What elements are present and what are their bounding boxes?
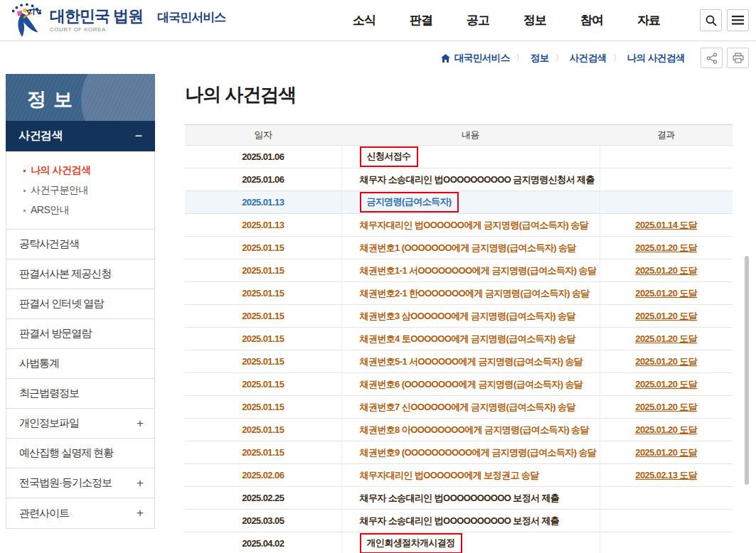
sidebar-menu-item[interactable]: 개인정보파일 + <box>6 409 154 439</box>
nav-item[interactable]: 소식 <box>353 12 376 28</box>
sidebar-menu-item[interactable]: 전국법원·등기소정보 + <box>6 468 154 498</box>
vertical-scrollbar-thumb[interactable] <box>745 256 749 485</box>
result-link[interactable]: 2025.01.14 도달 <box>635 220 697 230</box>
menu-label: 전국법원·등기소정보 <box>19 476 112 490</box>
breadcrumb-item[interactable]: 정보 <box>531 52 549 65</box>
cell-date: 2025.01.13 <box>185 191 341 214</box>
print-button[interactable] <box>727 48 749 68</box>
expand-plus-icon[interactable]: + <box>137 476 143 490</box>
sidebar-submenu-item[interactable]: 사건구분안내 <box>6 181 154 200</box>
content-text: 개인회생절차개시결정 <box>360 533 462 553</box>
table-row: 2025.01.13 금지명령(급여소득자) <box>185 191 733 214</box>
brand-subtitle: COURT OF KOREA <box>50 26 143 33</box>
cell-date: 2025.01.15 <box>185 350 341 373</box>
submenu-label: 나의 사건검색 <box>31 164 90 177</box>
nav-item[interactable]: 자료 <box>637 12 660 28</box>
result-link[interactable]: 2025.01.20 도달 <box>635 356 697 367</box>
brand-text: 대한민국 법원 COURT OF KOREA <box>50 9 143 33</box>
cell-result: 2025.01.20 도달 <box>600 328 733 350</box>
content-text: 채무자 소송대리인 법OOOOOOOOOO 보정서 제출 <box>360 515 560 526</box>
sidebar-menu-item[interactable]: 판결서사본 제공신청 <box>6 259 154 289</box>
table-row: 2025.01.15 채권번호2-1 한OOOOOOO에게 금지명령(급여소득자… <box>185 282 733 305</box>
printer-icon <box>733 53 744 63</box>
result-link[interactable]: 2025.02.13 도달 <box>635 470 697 480</box>
search-button[interactable] <box>700 9 722 31</box>
cell-result <box>600 487 733 510</box>
cell-content: 채무자 소송대리인 법OOOOOOOOOO 보정서 제출 <box>341 510 600 532</box>
expand-plus-icon[interactable]: + <box>137 506 143 520</box>
content-text: 신청서접수 <box>360 146 418 167</box>
table-row: 2025.03.05 채무자 소송대리인 법OOOOOOOOOO 보정서 제출 <box>185 510 733 532</box>
result-link[interactable]: 2025.01.20 도달 <box>635 333 697 344</box>
sidebar-banner: 정보 <box>6 74 155 121</box>
cell-content: 채권번호2-1 한OOOOOOO에게 금지명령(급여소득자) 송달 <box>341 282 600 305</box>
submenu-label: ARS안내 <box>31 204 69 217</box>
breadcrumb-separator: 〉 <box>516 53 524 63</box>
cell-content: 금지명령(급여소득자) <box>341 191 600 214</box>
nav-item[interactable]: 참여 <box>580 12 603 28</box>
cell-date: 2025.04.02 <box>185 532 341 553</box>
menu-label: 예산집행 실명제 현황 <box>19 446 113 460</box>
cell-date: 2025.02.06 <box>185 464 341 487</box>
menu-label: 공탁사건검색 <box>19 237 79 251</box>
result-link[interactable]: 2025.01.20 도달 <box>635 379 697 390</box>
breadcrumb-item[interactable]: 나의 사건검색 <box>627 52 685 65</box>
result-link[interactable]: 2025.01.20 도달 <box>635 311 697 321</box>
result-link[interactable]: 2025.01.20 도달 <box>635 447 697 458</box>
sidebar: 정보 사건검색 − 나의 사건검색 사건구분안내 ARS안내 공탁사건검색 판결… <box>6 74 155 529</box>
sidebar-submenu-item[interactable]: 나의 사건검색 <box>6 161 154 181</box>
collapse-minus-icon[interactable]: − <box>134 129 142 144</box>
menu-label: 판결서 방문열람 <box>19 327 91 340</box>
breadcrumb-item[interactable]: 대국민서비스 <box>454 52 510 65</box>
nav-item[interactable]: 판결 <box>410 12 432 28</box>
content-text: 채권번호8 아OOOOOOOO에게 금지명령(급여소득자) 송달 <box>360 424 589 435</box>
cell-result <box>600 191 733 214</box>
result-link[interactable]: 2025.01.20 도달 <box>635 424 697 435</box>
sidebar-submenu-item[interactable]: ARS안내 <box>6 200 154 220</box>
content-text: 채권번호1-1 서OOOOOOOO에게 금지명령(급여소득자) 송달 <box>360 265 597 276</box>
cell-content: 채권번호1-1 서OOOOOOOO에게 금지명령(급여소득자) 송달 <box>341 259 600 282</box>
table-row: 2025.01.15 채권번호1 (OOOOOOO에게 금지명령(급여소득자) … <box>185 237 733 259</box>
content-text: 채무자대리인 법OOOOOO에게 보정권고 송달 <box>360 470 539 480</box>
cell-content: 채권번호1 (OOOOOOO에게 금지명령(급여소득자) 송달 <box>341 237 600 259</box>
content-text: 채권번호9 (OOOOOOOOOO에게 금지명령(급여소득자) 송달 <box>360 447 597 458</box>
breadcrumb-item[interactable]: 사건검색 <box>570 52 607 65</box>
sidebar-menu-item[interactable]: 판결서 인터넷 열람 <box>6 289 154 319</box>
cell-result <box>600 510 733 532</box>
submenu-label: 사건구분안내 <box>31 184 88 197</box>
cell-content: 채무자 소송대리인 법OOOOOOOOOO 금지명령신청서 제출 <box>341 168 600 191</box>
home-icon[interactable] <box>441 54 450 63</box>
case-table: 일자 내용 결과 2025.01.06 신청서접수 2025.01.06 채무자… <box>185 124 733 553</box>
cell-date: 2025.01.15 <box>185 328 341 350</box>
cell-date: 2025.01.15 <box>185 373 341 396</box>
sidebar-section-case-search[interactable]: 사건검색 − <box>6 121 155 151</box>
breadcrumb-piece: 〉 나의 사건검색 <box>607 52 685 65</box>
cell-result: 2025.01.20 도달 <box>600 282 733 305</box>
sidebar-menu-item[interactable]: 최근법령정보 <box>6 379 154 409</box>
sidebar-menu-item[interactable]: 관련사이트 + <box>6 498 154 528</box>
cell-result: 2025.01.20 도달 <box>600 259 733 282</box>
sidebar-menu-item[interactable]: 공탁사건검색 <box>6 230 154 259</box>
sidebar-menu-item[interactable]: 판결서 방문열람 <box>6 319 154 349</box>
sidebar-menu-item[interactable]: 예산집행 실명제 현황 <box>6 439 154 468</box>
breadcrumb-separator: 〉 <box>613 53 621 63</box>
breadcrumb-bar: 대국민서비스 〉 정보 〉 사건검색 〉 나의 사건검색 <box>0 42 756 74</box>
cell-result: 2025.02.13 도달 <box>600 464 733 487</box>
result-link[interactable]: 2025.01.20 도달 <box>635 402 697 412</box>
result-link[interactable]: 2025.01.20 도달 <box>635 242 697 253</box>
table-row: 2025.01.15 채권번호5-1 서OOOOOO에게 금지명령(급여소득자)… <box>185 350 733 373</box>
cell-content: 채권번호4 토OOOOOO에게 금지명령(급여소득자) 송달 <box>341 328 600 350</box>
sidebar-menu-item[interactable]: 사법통계 <box>6 349 154 379</box>
content-text: 채권번호6 (OOOOOOOO에게 금지명령(급여소득자) 송달 <box>360 379 583 390</box>
nav-item[interactable]: 정보 <box>523 12 546 28</box>
share-button[interactable] <box>701 48 723 68</box>
result-link[interactable]: 2025.01.20 도달 <box>635 265 697 276</box>
cell-date: 2025.02.25 <box>185 487 341 510</box>
expand-plus-icon[interactable]: + <box>137 417 143 431</box>
nav-item[interactable]: 공고 <box>467 12 489 28</box>
result-link[interactable]: 2025.01.20 도달 <box>635 288 697 299</box>
brand[interactable]: 대한민국 법원 COURT OF KOREA 대국민서비스 <box>6 2 225 39</box>
cell-result: 2025.01.20 도달 <box>600 373 733 396</box>
menu-button[interactable] <box>727 9 749 31</box>
top-buttons <box>700 9 749 31</box>
